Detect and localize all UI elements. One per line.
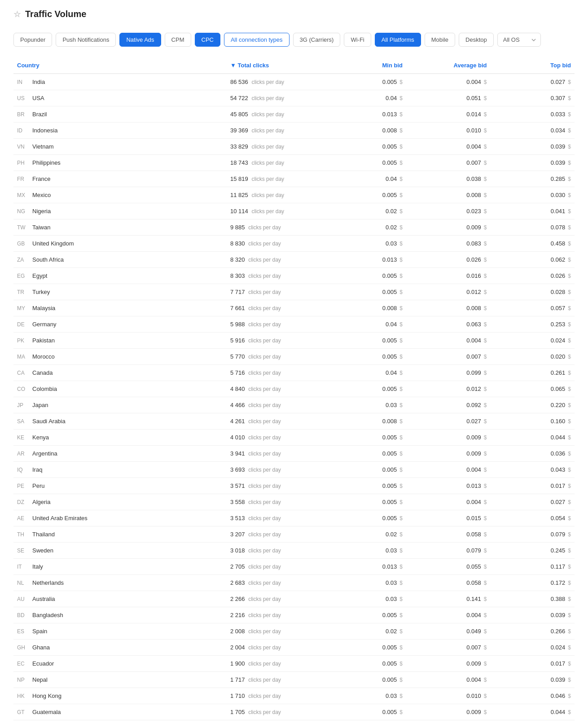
- country-code: TH: [17, 531, 28, 538]
- table-row[interactable]: ZA South Africa 8 320 clicks per day 0.0…: [13, 252, 575, 268]
- clicks-label: clicks per day: [248, 612, 281, 618]
- filter-btn-cpm[interactable]: CPM: [165, 33, 191, 47]
- table-row[interactable]: AR Argentina 3 941 clicks per day 0.005 …: [13, 446, 575, 462]
- clicks-cell: 3 207 clicks per day: [227, 526, 339, 543]
- table-row[interactable]: CO Colombia 4 840 clicks per day 0.005 $…: [13, 381, 575, 397]
- table-row[interactable]: TH Thailand 3 207 clicks per day 0.02 $ …: [13, 526, 575, 543]
- avg-bid-value: 0.004: [466, 466, 481, 473]
- table-row[interactable]: EG Egypt 8 303 clicks per day 0.005 $ 0.…: [13, 268, 575, 284]
- clicks-value: 5 770: [230, 353, 245, 360]
- clicks-label: clicks per day: [248, 693, 281, 699]
- table-row[interactable]: IQ Iraq 3 693 clicks per day 0.005 $ 0.0…: [13, 462, 575, 478]
- min-bid-dollar: $: [399, 548, 403, 554]
- country-cell: KE Kenya: [13, 429, 227, 446]
- table-row[interactable]: BD Bangladesh 2 216 clicks per day 0.005…: [13, 607, 575, 623]
- table-row[interactable]: NG Nigeria 10 114 clicks per day 0.02 $ …: [13, 203, 575, 219]
- filter-btn-wifi[interactable]: Wi-Fi: [344, 33, 371, 47]
- table-container: Country ▼ Total clicks Min bid Average b…: [13, 57, 575, 720]
- top-bid-dollar: $: [568, 241, 571, 247]
- filters-bar: PopunderPush NotificationsNative AdsCPMC…: [13, 33, 575, 47]
- table-row[interactable]: TW Taiwan 9 885 clicks per day 0.02 $ 0.…: [13, 219, 575, 236]
- table-row[interactable]: SE Sweden 3 018 clicks per day 0.03 $ 0.…: [13, 543, 575, 559]
- col-clicks[interactable]: ▼ Total clicks: [227, 57, 339, 74]
- top-bid-dollar: $: [568, 483, 571, 489]
- min-bid-dollar: $: [399, 564, 403, 570]
- table-row[interactable]: GH Ghana 2 004 clicks per day 0.005 $ 0.…: [13, 640, 575, 656]
- table-row[interactable]: KE Kenya 4 010 clicks per day 0.005 $ 0.…: [13, 429, 575, 446]
- avg-bid-dollar: $: [484, 564, 487, 570]
- filter-btn-push[interactable]: Push Notifications: [56, 33, 116, 47]
- table-row[interactable]: US USA 54 722 clicks per day 0.04 $ 0.05…: [13, 90, 575, 106]
- table-row[interactable]: GB United Kingdom 8 830 clicks per day 0…: [13, 236, 575, 252]
- min-bid-header-label: Min bid: [382, 62, 403, 69]
- min-bid-value: 0.005: [382, 515, 397, 521]
- clicks-value: 1 900: [230, 660, 245, 667]
- table-row[interactable]: FR France 15 819 clicks per day 0.04 $ 0…: [13, 171, 575, 187]
- table-row[interactable]: IN India 86 536 clicks per day 0.005 $ 0…: [13, 74, 575, 90]
- table-row[interactable]: TR Turkey 7 717 clicks per day 0.005 $ 0…: [13, 284, 575, 300]
- table-row[interactable]: DZ Algeria 3 558 clicks per day 0.005 $ …: [13, 494, 575, 510]
- star-icon[interactable]: ☆: [13, 9, 21, 19]
- filter-btn-cpc[interactable]: CPC: [195, 33, 220, 47]
- clicks-value: 8 830: [230, 240, 245, 247]
- table-row[interactable]: NL Netherlands 2 683 clicks per day 0.03…: [13, 575, 575, 591]
- top-bid-value: 0.062: [551, 256, 566, 263]
- clicks-label: clicks per day: [248, 644, 281, 651]
- country-name: Pakistan: [32, 337, 55, 344]
- country-name: Ecuador: [32, 660, 54, 667]
- filter-btn-3g[interactable]: 3G (Carriers): [293, 33, 341, 47]
- table-row[interactable]: MA Morocco 5 770 clicks per day 0.005 $ …: [13, 349, 575, 365]
- min-bid-cell: 0.005 $: [339, 429, 406, 446]
- table-row[interactable]: PK Pakistan 5 916 clicks per day 0.005 $…: [13, 333, 575, 349]
- table-row[interactable]: AE United Arab Emirates 3 513 clicks per…: [13, 510, 575, 526]
- col-country[interactable]: Country: [13, 57, 227, 74]
- top-bid-value: 0.388: [551, 596, 566, 602]
- min-bid-dollar: $: [399, 644, 403, 651]
- table-row[interactable]: ES Spain 2 008 clicks per day 0.02 $ 0.0…: [13, 623, 575, 640]
- clicks-cell: 8 303 clicks per day: [227, 268, 339, 284]
- filter-btn-mobile[interactable]: Mobile: [425, 33, 455, 47]
- col-avg-bid[interactable]: Average bid: [406, 57, 491, 74]
- min-bid-cell: 0.04 $: [339, 365, 406, 381]
- country-name: Nepal: [32, 676, 48, 683]
- country-name: Turkey: [32, 289, 50, 295]
- avg-bid-dollar: $: [484, 354, 487, 360]
- country-name: France: [32, 175, 50, 182]
- table-row[interactable]: VN Vietnam 33 829 clicks per day 0.005 $…: [13, 139, 575, 155]
- clicks-label: clicks per day: [248, 499, 281, 505]
- table-row[interactable]: PH Philippines 18 743 clicks per day 0.0…: [13, 155, 575, 171]
- table-row[interactable]: GT Guatemala 1 705 clicks per day 0.005 …: [13, 704, 575, 720]
- country-code: KE: [17, 434, 28, 441]
- clicks-label: clicks per day: [248, 241, 281, 247]
- col-min-bid[interactable]: Min bid: [339, 57, 406, 74]
- table-row[interactable]: MY Malaysia 7 661 clicks per day 0.008 $…: [13, 300, 575, 316]
- filter-btn-native[interactable]: Native Ads: [119, 33, 161, 47]
- avg-bid-cell: 0.023 $: [406, 203, 491, 219]
- top-bid-value: 0.020: [551, 353, 566, 360]
- filter-btn-all-platforms[interactable]: All Platforms: [375, 33, 421, 47]
- table-row[interactable]: AU Australia 2 266 clicks per day 0.03 $…: [13, 591, 575, 607]
- country-code: NL: [17, 580, 28, 586]
- table-row[interactable]: MX Mexico 11 825 clicks per day 0.005 $ …: [13, 187, 575, 203]
- table-row[interactable]: PE Peru 3 571 clicks per day 0.005 $ 0.0…: [13, 478, 575, 494]
- top-bid-value: 0.027: [551, 79, 566, 85]
- table-row[interactable]: NP Nepal 1 717 clicks per day 0.005 $ 0.…: [13, 672, 575, 688]
- table-row[interactable]: JP Japan 4 466 clicks per day 0.03 $ 0.0…: [13, 397, 575, 413]
- table-row[interactable]: CA Canada 5 716 clicks per day 0.04 $ 0.…: [13, 365, 575, 381]
- table-row[interactable]: DE Germany 5 988 clicks per day 0.04 $ 0…: [13, 316, 575, 333]
- table-row[interactable]: SA Saudi Arabia 4 261 clicks per day 0.0…: [13, 413, 575, 429]
- col-top-bid[interactable]: Top bid: [491, 57, 575, 74]
- os-select[interactable]: All OSWindowsmacOSAndroidiOSLinux: [497, 33, 541, 47]
- min-bid-cell: 0.008 $: [339, 300, 406, 316]
- table-row[interactable]: HK Hong Kong 1 710 clicks per day 0.03 $…: [13, 688, 575, 704]
- filter-btn-popunder[interactable]: Popunder: [13, 33, 52, 47]
- table-row[interactable]: ID Indonesia 39 369 clicks per day 0.008…: [13, 123, 575, 139]
- filter-btn-desktop[interactable]: Desktop: [459, 33, 494, 47]
- table-row[interactable]: BR Brazil 45 805 clicks per day 0.013 $ …: [13, 106, 575, 123]
- country-name: United Arab Emirates: [32, 515, 88, 521]
- table-row[interactable]: IT Italy 2 705 clicks per day 0.013 $ 0.…: [13, 559, 575, 575]
- filter-btn-all-connection[interactable]: All connection types: [224, 33, 290, 47]
- avg-bid-value: 0.009: [466, 709, 481, 715]
- clicks-label: clicks per day: [251, 160, 284, 166]
- table-row[interactable]: EC Ecuador 1 900 clicks per day 0.005 $ …: [13, 656, 575, 672]
